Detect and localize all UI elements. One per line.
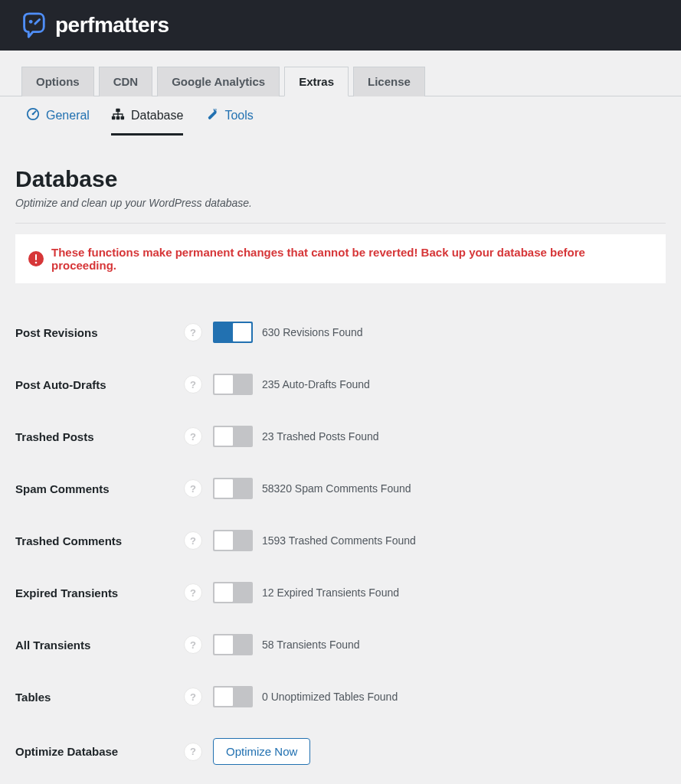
svg-rect-4 bbox=[112, 116, 116, 120]
option-label-all-transients: All Transients bbox=[15, 639, 184, 652]
help-icon[interactable]: ? bbox=[184, 479, 202, 498]
option-label-post-revisions: Post Revisions bbox=[15, 326, 184, 339]
svg-point-0 bbox=[29, 20, 33, 24]
option-label-post-auto-drafts: Post Auto-Drafts bbox=[15, 378, 184, 391]
brand-logo: perfmatters bbox=[18, 11, 169, 40]
subtab-label: Database bbox=[131, 109, 184, 122]
help-icon[interactable]: ? bbox=[184, 323, 202, 341]
option-row-tables: Tables?0 Unoptimized Tables Found bbox=[15, 671, 666, 723]
tab-license[interactable]: License bbox=[353, 67, 425, 96]
subtab-label: General bbox=[46, 109, 90, 122]
brand-name: perfmatters bbox=[55, 13, 169, 38]
option-row-expired-transients: Expired Transients?12 Expired Transients… bbox=[15, 567, 666, 619]
toggle-spam-comments[interactable] bbox=[213, 478, 253, 499]
section-description: Optimize and clean up your WordPress dat… bbox=[15, 197, 666, 209]
gauge-icon bbox=[26, 107, 40, 124]
section-title: Database bbox=[15, 166, 666, 192]
tab-options[interactable]: Options bbox=[21, 67, 94, 96]
option-label-trashed-comments: Trashed Comments bbox=[15, 534, 184, 547]
option-label-spam-comments: Spam Comments bbox=[15, 482, 184, 495]
option-row-trashed-comments: Trashed Comments?1593 Trashed Comments F… bbox=[15, 514, 666, 567]
scheduled-optimization-row: Scheduled Optimization ? Disabled bbox=[15, 780, 666, 784]
secondary-tabs: GeneralDatabaseTools bbox=[0, 96, 681, 136]
svg-rect-6 bbox=[121, 116, 125, 120]
alert-circle-icon bbox=[28, 251, 44, 266]
tab-google-analytics[interactable]: Google Analytics bbox=[157, 67, 280, 96]
warning-text: These functions make permanent changes t… bbox=[51, 246, 653, 272]
subtab-database[interactable]: Database bbox=[111, 107, 184, 136]
toggle-trashed-comments[interactable] bbox=[213, 530, 253, 551]
help-icon[interactable]: ? bbox=[184, 427, 202, 446]
help-icon[interactable]: ? bbox=[184, 688, 202, 706]
svg-point-9 bbox=[35, 262, 38, 264]
toggle-tables[interactable] bbox=[213, 686, 253, 707]
option-status-all-transients: 58 Transients Found bbox=[262, 639, 360, 651]
svg-point-2 bbox=[32, 113, 34, 116]
toggle-all-transients[interactable] bbox=[213, 634, 253, 655]
toggle-trashed-posts[interactable] bbox=[213, 426, 253, 447]
option-label-expired-transients: Expired Transients bbox=[15, 586, 184, 599]
optimize-database-label: Optimize Database bbox=[15, 745, 184, 758]
subtab-tools[interactable]: Tools bbox=[205, 107, 253, 136]
main-content: OptionsCDNGoogle AnalyticsExtrasLicense … bbox=[0, 51, 681, 784]
option-status-post-revisions: 630 Revisions Found bbox=[262, 326, 363, 338]
svg-rect-3 bbox=[116, 109, 120, 113]
help-icon[interactable]: ? bbox=[184, 635, 202, 654]
primary-tabs: OptionsCDNGoogle AnalyticsExtrasLicense bbox=[0, 51, 681, 96]
sitemap-icon bbox=[111, 107, 125, 124]
toggle-expired-transients[interactable] bbox=[213, 582, 253, 603]
option-row-post-auto-drafts: Post Auto-Drafts?235 Auto-Drafts Found bbox=[15, 358, 666, 410]
svg-rect-8 bbox=[35, 254, 37, 260]
optimize-now-button[interactable]: Optimize Now bbox=[213, 738, 310, 765]
option-status-trashed-posts: 23 Trashed Posts Found bbox=[262, 430, 379, 443]
option-status-spam-comments: 58320 Spam Comments Found bbox=[262, 482, 411, 495]
optimize-database-row: Optimize Database ? Optimize Now bbox=[15, 723, 666, 780]
wrench-icon bbox=[205, 107, 218, 124]
option-row-post-revisions: Post Revisions?630 Revisions Found bbox=[15, 306, 666, 358]
option-label-tables: Tables bbox=[15, 691, 184, 704]
help-icon[interactable]: ? bbox=[184, 743, 202, 761]
subtab-label: Tools bbox=[224, 109, 253, 122]
toggle-post-auto-drafts[interactable] bbox=[213, 374, 253, 395]
help-icon[interactable]: ? bbox=[184, 531, 202, 550]
subtab-general[interactable]: General bbox=[26, 107, 90, 136]
database-section: Database Optimize and clean up your Word… bbox=[0, 136, 681, 784]
help-icon[interactable]: ? bbox=[184, 375, 202, 394]
option-row-spam-comments: Spam Comments?58320 Spam Comments Found bbox=[15, 462, 666, 514]
perfmatters-logo-icon bbox=[18, 11, 47, 40]
tab-cdn[interactable]: CDN bbox=[99, 67, 153, 96]
svg-rect-5 bbox=[116, 116, 120, 120]
divider bbox=[15, 223, 666, 224]
option-status-expired-transients: 12 Expired Transients Found bbox=[262, 586, 399, 599]
option-status-post-auto-drafts: 235 Auto-Drafts Found bbox=[262, 378, 370, 390]
help-icon[interactable]: ? bbox=[184, 583, 202, 602]
warning-banner: These functions make permanent changes t… bbox=[15, 234, 666, 283]
option-row-trashed-posts: Trashed Posts?23 Trashed Posts Found bbox=[15, 410, 666, 462]
option-status-tables: 0 Unoptimized Tables Found bbox=[262, 691, 398, 703]
toggle-post-revisions[interactable] bbox=[213, 322, 253, 343]
tab-extras[interactable]: Extras bbox=[284, 67, 349, 96]
option-row-all-transients: All Transients?58 Transients Found bbox=[15, 619, 666, 671]
option-label-trashed-posts: Trashed Posts bbox=[15, 430, 184, 443]
option-status-trashed-comments: 1593 Trashed Comments Found bbox=[262, 534, 416, 547]
options-list: Post Revisions?630 Revisions FoundPost A… bbox=[15, 306, 666, 723]
app-header: perfmatters bbox=[0, 0, 681, 51]
